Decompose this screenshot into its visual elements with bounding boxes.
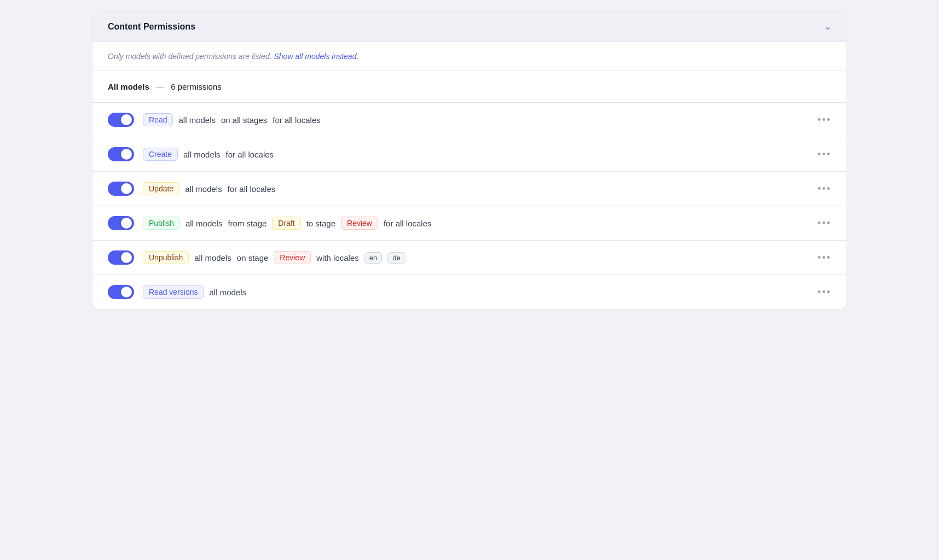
permission-text: all models	[183, 150, 221, 159]
permission-content-3: Update all models for all locales	[143, 182, 809, 195]
permission-row: Unpublish all models on stage Review wit…	[92, 241, 847, 275]
section-header: All models — 6 permissions	[92, 71, 847, 103]
stage-badge-review: Review	[341, 217, 378, 230]
content-permissions-card: Content Permissions ⌄ Only models with d…	[92, 11, 847, 310]
permission-badge-create: Create	[143, 148, 178, 161]
show-all-models-link[interactable]: Show all models instead.	[274, 52, 358, 61]
permission-text: all models	[185, 184, 222, 194]
permission-row: Create all models for all locales •••	[92, 137, 847, 172]
section-label: All models	[108, 82, 149, 91]
permission-content-6: Read versions all models	[143, 285, 809, 299]
section-separator: —	[156, 82, 164, 91]
permission-toggle-5[interactable]	[108, 250, 134, 265]
permission-content-5: Unpublish all models on stage Review wit…	[143, 251, 809, 264]
section-count: 6 permissions	[171, 82, 222, 91]
permission-row: Read versions all models •••	[92, 275, 847, 309]
toggle-thumb	[121, 218, 132, 229]
permission-text: all models	[186, 219, 223, 228]
permission-text: to stage	[306, 219, 335, 228]
locale-badge-de: de	[387, 252, 405, 264]
stage-badge-review-2: Review	[274, 251, 311, 264]
permission-text: for all locales	[273, 115, 321, 125]
permission-badge-read-versions: Read versions	[143, 285, 204, 299]
permission-content-1: Read all models on all stages for all lo…	[143, 113, 809, 126]
toggle-thumb	[121, 287, 132, 298]
permission-content-2: Create all models for all locales	[143, 148, 809, 161]
permission-badge-publish: Publish	[143, 217, 180, 230]
stage-badge-draft: Draft	[272, 217, 300, 230]
toggle-thumb	[121, 252, 132, 263]
permission-toggle-3[interactable]	[108, 182, 134, 196]
permission-badge-update: Update	[143, 182, 179, 195]
permission-toggle-4[interactable]	[108, 216, 134, 230]
more-options-button-3[interactable]: •••	[818, 183, 831, 195]
permission-text: from stage	[228, 219, 266, 228]
toggle-thumb	[121, 149, 132, 160]
permission-row: Publish all models from stage Draft to s…	[92, 206, 847, 241]
permission-text: all models	[194, 253, 231, 262]
permission-text: on stage	[237, 253, 269, 262]
more-options-button-4[interactable]: •••	[818, 218, 831, 229]
permission-text: for all locales	[226, 150, 274, 159]
permission-text: for all locales	[228, 184, 276, 194]
toggle-thumb	[121, 114, 132, 125]
card-title: Content Permissions	[108, 22, 195, 32]
permission-row: Update all models for all locales •••	[92, 172, 847, 206]
permission-text: with locales	[316, 253, 359, 262]
more-options-button-6[interactable]: •••	[818, 287, 831, 298]
chevron-down-icon[interactable]: ⌄	[824, 21, 831, 32]
permission-toggle-6[interactable]	[108, 285, 134, 299]
permission-badge-read: Read	[143, 113, 173, 126]
permission-text: for all locales	[384, 219, 432, 228]
permission-content-4: Publish all models from stage Draft to s…	[143, 217, 809, 230]
info-row: Only models with defined permissions are…	[92, 42, 847, 71]
permission-badge-unpublish: Unpublish	[143, 251, 189, 264]
permission-text: on all stages	[221, 115, 267, 125]
card-header: Content Permissions ⌄	[92, 11, 847, 42]
locale-badge-en: en	[364, 252, 382, 264]
permission-toggle-1[interactable]	[108, 113, 134, 127]
permission-text: all models	[178, 115, 216, 125]
more-options-button-5[interactable]: •••	[818, 252, 831, 264]
permission-toggle-2[interactable]	[108, 147, 134, 161]
permission-text: all models	[210, 288, 247, 297]
toggle-thumb	[121, 183, 132, 194]
permission-row: Read all models on all stages for all lo…	[92, 103, 847, 137]
more-options-button-1[interactable]: •••	[818, 114, 831, 126]
more-options-button-2[interactable]: •••	[818, 149, 831, 160]
info-static-text: Only models with defined permissions are…	[108, 52, 272, 61]
